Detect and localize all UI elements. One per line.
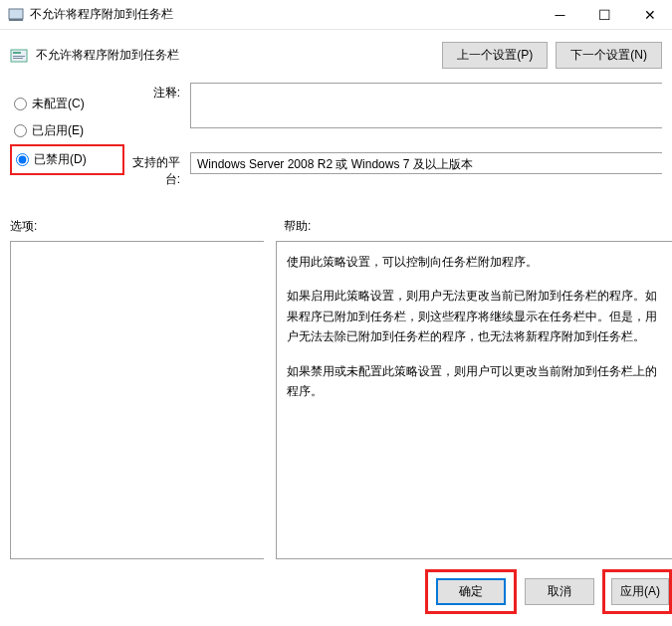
titlebar: 不允许将程序附加到任务栏 ─ ☐ ✕ (0, 0, 672, 30)
footer: 确定 取消 应用(A) (0, 559, 672, 614)
options-pane[interactable] (10, 241, 264, 559)
help-paragraph: 使用此策略设置，可以控制向任务栏附加程序。 (287, 252, 662, 272)
minimize-button[interactable]: ─ (538, 0, 582, 30)
radio-disabled[interactable]: 已禁用(D) (14, 149, 120, 170)
radio-column: 未配置(C) 已启用(E) 已禁用(D) (10, 83, 124, 200)
panes: 使用此策略设置，可以控制向任务栏附加程序。 如果启用此策略设置，则用户无法更改当… (0, 239, 672, 559)
svg-rect-5 (13, 58, 23, 59)
radio-enabled-label: 已启用(E) (32, 122, 84, 139)
platform-label: 支持的平台: (124, 152, 190, 188)
config-area: 未配置(C) 已启用(E) 已禁用(D) 注释: 支持的平台: Windows … (0, 77, 672, 200)
help-label: 帮助: (284, 218, 311, 235)
options-label: 选项: (10, 218, 284, 235)
svg-rect-0 (9, 9, 23, 19)
app-icon (8, 7, 24, 23)
svg-rect-3 (13, 52, 21, 54)
help-paragraph: 如果启用此策略设置，则用户无法更改当前已附加到任务栏的程序。如果程序已附加到任务… (287, 286, 662, 346)
radio-disabled-input[interactable] (16, 153, 29, 166)
window-controls: ─ ☐ ✕ (538, 0, 672, 30)
radio-not-configured-label: 未配置(C) (32, 96, 85, 112)
platform-value: Windows Server 2008 R2 或 Windows 7 及以上版本 (190, 152, 662, 174)
radio-not-configured[interactable]: 未配置(C) (10, 91, 124, 117)
svg-rect-1 (9, 19, 23, 21)
comment-input[interactable] (190, 83, 662, 128)
comment-label: 注释: (124, 83, 190, 102)
radio-not-configured-input[interactable] (14, 98, 27, 110)
comment-row: 注释: (124, 83, 662, 128)
help-paragraph: 如果禁用或未配置此策略设置，则用户可以更改当前附加到任务栏上的程序。 (287, 361, 662, 402)
radio-enabled-input[interactable] (14, 124, 27, 137)
svg-rect-4 (13, 56, 25, 57)
maximize-button[interactable]: ☐ (582, 0, 627, 30)
next-setting-button[interactable]: 下一个设置(N) (556, 42, 662, 69)
policy-title: 不允许将程序附加到任务栏 (36, 47, 434, 64)
header-row: 不允许将程序附加到任务栏 上一个设置(P) 下一个设置(N) (0, 30, 672, 77)
cancel-button[interactable]: 取消 (525, 578, 594, 605)
highlight-apply: 应用(A) (602, 569, 672, 614)
highlight-ok: 确定 (425, 569, 517, 614)
meta-column: 注释: 支持的平台: Windows Server 2008 R2 或 Wind… (124, 83, 662, 200)
ok-button[interactable]: 确定 (436, 578, 506, 605)
policy-icon (10, 47, 28, 65)
pane-labels: 选项: 帮助: (0, 200, 672, 239)
radio-enabled[interactable]: 已启用(E) (10, 117, 124, 144)
help-pane: 使用此策略设置，可以控制向任务栏附加程序。 如果启用此策略设置，则用户无法更改当… (276, 241, 672, 559)
platform-row: 支持的平台: Windows Server 2008 R2 或 Windows … (124, 152, 662, 188)
prev-setting-button[interactable]: 上一个设置(P) (442, 42, 548, 69)
apply-button[interactable]: 应用(A) (611, 578, 669, 605)
highlight-disabled: 已禁用(D) (10, 144, 124, 175)
radio-disabled-label: 已禁用(D) (34, 151, 87, 168)
close-button[interactable]: ✕ (627, 0, 672, 30)
window-title: 不允许将程序附加到任务栏 (30, 6, 538, 23)
